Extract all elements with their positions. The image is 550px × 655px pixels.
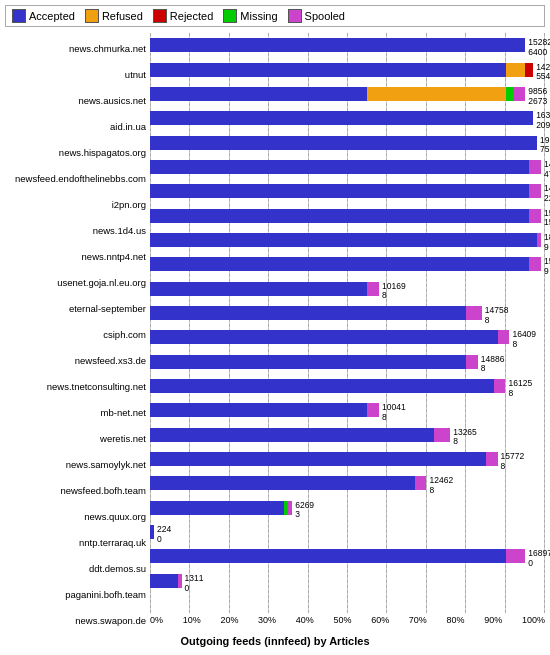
bar-accepted bbox=[150, 355, 466, 369]
bar-refused bbox=[506, 63, 526, 77]
bar-accepted bbox=[150, 209, 529, 223]
bar-row: 62693 bbox=[150, 499, 545, 517]
x-axis-label: 50% bbox=[333, 615, 351, 625]
bar-values: 101698 bbox=[382, 282, 406, 302]
bar-refused bbox=[367, 87, 505, 101]
legend-label: Missing bbox=[240, 10, 277, 22]
legend-color bbox=[153, 9, 167, 23]
bar-row: 100418 bbox=[150, 401, 545, 419]
y-label: usenet.goja.nl.eu.org bbox=[5, 273, 150, 291]
bar-row: 1498522 bbox=[150, 182, 545, 200]
y-label: eternal-september bbox=[5, 299, 150, 317]
bar-spooled bbox=[466, 306, 482, 320]
bar-container: 1914475 bbox=[150, 136, 545, 150]
bar-accepted bbox=[150, 549, 506, 563]
bar-values: 2240 bbox=[157, 525, 171, 545]
bar-accepted bbox=[150, 160, 529, 174]
bar-container: 152826400 bbox=[150, 38, 545, 52]
x-axis-label: 70% bbox=[409, 615, 427, 625]
y-label: news.swapon.de bbox=[5, 611, 150, 629]
chart-area: news.chmurka.netutnutnews.ausics.netaid.… bbox=[5, 33, 545, 633]
bar-values: 168970 bbox=[528, 549, 550, 569]
bar-spooled bbox=[513, 87, 525, 101]
bar-container: 98562673 bbox=[150, 87, 545, 101]
bar-values: 157728 bbox=[501, 452, 525, 472]
bar-container: 161258 bbox=[150, 379, 545, 393]
y-label: mb-net.net bbox=[5, 403, 150, 421]
bar-accepted bbox=[150, 87, 367, 101]
x-axis-labels: 0%10%20%30%40%50%60%70%80%90%100% bbox=[150, 613, 545, 633]
bar-values: 1914475 bbox=[540, 136, 550, 156]
bar-container: 148868 bbox=[150, 355, 545, 369]
bar-row: 124628 bbox=[150, 474, 545, 492]
bar-accepted bbox=[150, 452, 486, 466]
bar-container: 147588 bbox=[150, 306, 545, 320]
y-label: news.ausics.net bbox=[5, 91, 150, 109]
y-label: news.hispagatos.org bbox=[5, 143, 150, 161]
bar-row: 101698 bbox=[150, 280, 545, 298]
bar-spooled bbox=[529, 184, 541, 198]
bar-container: 100418 bbox=[150, 403, 545, 417]
bar-container: 157728 bbox=[150, 452, 545, 466]
bar-spooled bbox=[415, 476, 427, 490]
bar-row: 154069 bbox=[150, 255, 545, 273]
bar-container: 186199 bbox=[150, 233, 545, 247]
bar-values: 164098 bbox=[512, 330, 536, 350]
bar-spooled bbox=[494, 379, 506, 393]
y-label: aid.in.ua bbox=[5, 117, 150, 135]
bar-row: 16334209 bbox=[150, 109, 545, 127]
bar-row: 147588 bbox=[150, 304, 545, 322]
bar-values: 142285540 bbox=[536, 63, 550, 83]
bar-accepted bbox=[150, 184, 529, 198]
bar-accepted bbox=[150, 501, 284, 515]
bar-row: 132658 bbox=[150, 426, 545, 444]
bars-list: 1528264001422855409856267316334209191447… bbox=[150, 33, 545, 613]
legend-color bbox=[223, 9, 237, 23]
bar-container: 16334209 bbox=[150, 111, 545, 125]
bar-accepted bbox=[150, 136, 537, 150]
y-label: newsfeed.xs3.de bbox=[5, 351, 150, 369]
bar-accepted bbox=[150, 428, 434, 442]
x-axis-label: 90% bbox=[484, 615, 502, 625]
bar-container: 13110 bbox=[150, 574, 545, 588]
legend-item: Refused bbox=[85, 9, 143, 23]
y-label: newsfeed.bofh.team bbox=[5, 481, 150, 499]
bar-spooled bbox=[367, 282, 379, 296]
y-label: paganini.bofh.team bbox=[5, 585, 150, 603]
legend-item: Rejected bbox=[153, 9, 213, 23]
y-label: news.quux.org bbox=[5, 507, 150, 525]
legend-item: Spooled bbox=[288, 9, 345, 23]
bar-spooled bbox=[367, 403, 379, 417]
bar-row: 1914475 bbox=[150, 134, 545, 152]
bar-values: 1537315 bbox=[544, 209, 550, 229]
bar-row: 186199 bbox=[150, 231, 545, 249]
bar-container: 154069 bbox=[150, 257, 545, 271]
chart-container: AcceptedRefusedRejectedMissingSpooled ne… bbox=[0, 0, 550, 655]
x-axis-label: 30% bbox=[258, 615, 276, 625]
bar-accepted bbox=[150, 403, 367, 417]
legend-color bbox=[12, 9, 26, 23]
legend-label: Rejected bbox=[170, 10, 213, 22]
legend-item: Missing bbox=[223, 9, 277, 23]
bar-container: 168970 bbox=[150, 549, 545, 563]
bar-spooled bbox=[434, 428, 450, 442]
bar-values: 13110 bbox=[185, 574, 204, 594]
x-axis-label: 0% bbox=[150, 615, 163, 625]
bar-row: 164098 bbox=[150, 328, 545, 346]
bar-row: 98562673 bbox=[150, 85, 545, 103]
legend-label: Spooled bbox=[305, 10, 345, 22]
bar-container: 164098 bbox=[150, 330, 545, 344]
y-label: newsfeed.endofthelinebbs.com bbox=[5, 169, 150, 187]
bar-container: 101698 bbox=[150, 282, 545, 296]
bar-container: 142285540 bbox=[150, 63, 545, 77]
chart-title: Outgoing feeds (innfeed) by Articles bbox=[5, 635, 545, 647]
bar-container: 132658 bbox=[150, 428, 545, 442]
y-label: news.tnetconsulting.net bbox=[5, 377, 150, 395]
bar-accepted bbox=[150, 476, 415, 490]
bar-accepted bbox=[150, 38, 525, 52]
y-label: i2pn.org bbox=[5, 195, 150, 213]
x-axis-label: 100% bbox=[522, 615, 545, 625]
bar-row: 148868 bbox=[150, 353, 545, 371]
legend-color bbox=[85, 9, 99, 23]
x-axis-label: 80% bbox=[447, 615, 465, 625]
